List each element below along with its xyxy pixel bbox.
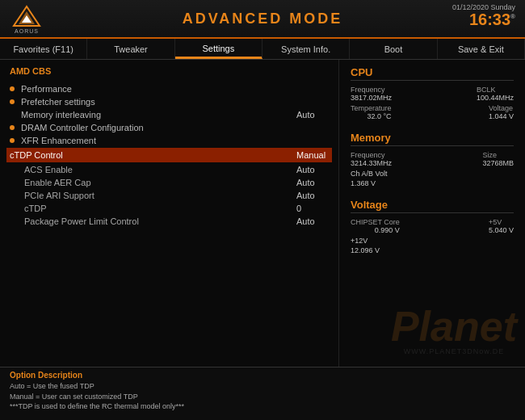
ctdp-control-item[interactable]: cTDP Control Manual — [6, 148, 332, 162]
mem-volt-value: 1.368 V — [351, 179, 514, 187]
bullet-icon — [10, 138, 15, 143]
mem-freq-label: Frequency — [351, 151, 392, 159]
mem-size-value: 32768MB — [482, 159, 514, 167]
bullet-icon — [10, 99, 15, 104]
option-description-area: Option Description Auto = Use the fused … — [0, 367, 525, 420]
list-item[interactable]: cTDP 0 — [10, 202, 329, 215]
logo-area: AORUS — [6, 3, 47, 36]
option-desc-line-1: Manual = User can set customized TDP — [0, 392, 525, 402]
memory-section: Memory Frequency 3214.33MHz Size 32768MB… — [351, 132, 514, 187]
p12v-value: 12.096 V — [351, 246, 514, 254]
nav-tweaker[interactable]: Tweaker — [87, 39, 174, 59]
list-item[interactable]: PCIe ARI Support Auto — [10, 189, 329, 202]
option-desc-line-2: ***TDP is used to define the RC thermal … — [0, 401, 525, 412]
volt-chipset-row: CHIPSET Core 0.990 V +5V 5.040 V — [351, 218, 514, 234]
chipset-label: CHIPSET Core — [351, 218, 400, 226]
bullet-icon — [10, 125, 15, 130]
cpu-bclk-label: BCLK — [477, 86, 514, 94]
voltage-title: Voltage — [351, 199, 514, 213]
cpu-title: CPU — [351, 66, 514, 81]
cpu-bclk-value: 100.44MHz — [477, 94, 514, 102]
nav-boot[interactable]: Boot — [350, 39, 437, 59]
p5v-value: 5.040 V — [489, 226, 514, 234]
memory-title: Memory — [351, 132, 514, 146]
mem-freq-row: Frequency 3214.33MHz Size 32768MB — [351, 151, 514, 167]
cpu-temp-row: Temperature 32.0 °C Voltage 1.044 V — [351, 104, 514, 120]
cpu-freq-row: Frequency 3817.02MHz BCLK 100.44MHz — [351, 86, 514, 102]
cpu-temp-value: 32.0 °C — [351, 112, 392, 120]
nav-sysinfo[interactable]: System Info. — [262, 39, 350, 59]
list-item[interactable]: DRAM Controller Configuration — [10, 121, 329, 134]
aorus-logo: AORUS — [12, 5, 41, 34]
voltage-section: Voltage CHIPSET Core 0.990 V +5V 5.040 V… — [351, 199, 514, 254]
header: AORUS ADVANCED MODE 01/12/2020 Sunday 16… — [0, 0, 525, 39]
bullet-icon — [10, 86, 15, 91]
option-desc-title: Option Description — [0, 368, 525, 381]
amd-cbs-title: AMD CBS — [10, 66, 329, 76]
nav-bar: Favorites (F11) Tweaker Settings System … — [0, 39, 525, 60]
option-desc-line-0: Auto = Use the fused TDP — [0, 381, 525, 392]
list-item[interactable]: XFR Enhancement — [10, 134, 329, 147]
cpu-freq-label: Frequency — [351, 86, 392, 94]
mem-freq-value: 3214.33MHz — [351, 159, 392, 167]
time-text: 16:33® — [452, 11, 515, 27]
right-panel: CPU Frequency 3817.02MHz BCLK 100.44MHz … — [339, 60, 525, 367]
logo-text: AORUS — [15, 28, 39, 34]
cpu-freq-value: 3817.02MHz — [351, 94, 392, 102]
mem-size-label: Size — [482, 151, 514, 159]
p12v-label: +12V — [351, 237, 514, 245]
chipset-value: 0.990 V — [351, 226, 400, 234]
p5v-label: +5V — [489, 218, 514, 226]
nav-favorites[interactable]: Favorites (F11) — [0, 39, 87, 59]
nav-settings[interactable]: Settings — [175, 39, 262, 59]
page-title: ADVANCED MODE — [183, 10, 343, 27]
list-item[interactable]: Prefetcher settings — [10, 95, 329, 108]
cpu-section: CPU Frequency 3817.02MHz BCLK 100.44MHz … — [351, 66, 514, 120]
list-item[interactable]: Package Power Limit Control Auto — [10, 215, 329, 228]
mem-volt-label: Ch A/B Volt — [351, 170, 514, 178]
datetime-display: 01/12/2020 Sunday 16:33® — [452, 3, 515, 27]
cpu-voltage-value: 1.044 V — [489, 112, 514, 120]
nav-save-exit[interactable]: Save & Exit — [438, 39, 525, 59]
list-item[interactable]: Memory interleaving Auto — [10, 108, 329, 121]
cpu-temp-label: Temperature — [351, 104, 392, 112]
list-item[interactable]: Performance — [10, 82, 329, 95]
left-panel: AMD CBS Performance Prefetcher settings … — [0, 60, 339, 367]
cpu-voltage-label: Voltage — [489, 104, 514, 112]
aorus-logo-icon — [12, 5, 41, 27]
list-item[interactable]: ACS Enable Auto — [10, 163, 329, 176]
main-content: AMD CBS Performance Prefetcher settings … — [0, 60, 525, 367]
list-item[interactable]: Enable AER Cap Auto — [10, 176, 329, 189]
